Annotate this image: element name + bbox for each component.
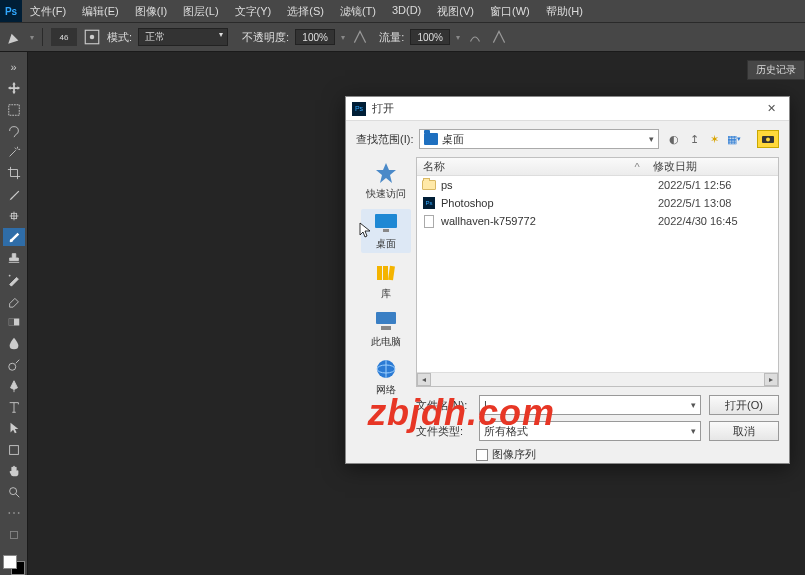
color-swatch[interactable]: [3, 555, 25, 575]
history-brush-tool[interactable]: [3, 271, 25, 289]
cancel-button[interactable]: 取消: [709, 421, 779, 441]
h-scrollbar[interactable]: ◂ ▸: [417, 372, 778, 386]
eraser-tool[interactable]: [3, 292, 25, 310]
file-row[interactable]: wallhaven-k7597722022/4/30 16:45: [417, 212, 778, 230]
file-list: 名称 ^ 修改日期 ps2022/5/1 12:56PsPhotoshop202…: [416, 157, 779, 387]
menu-item[interactable]: 3D(D): [384, 4, 429, 19]
file-name: Photoshop: [441, 197, 646, 209]
mode-label: 模式:: [107, 30, 132, 45]
wand-tool[interactable]: [3, 143, 25, 161]
menu-item[interactable]: 滤镜(T): [332, 4, 384, 19]
places-bar: 快速访问 桌面 库 此电脑 网络: [356, 157, 416, 387]
shape-tool[interactable]: [3, 441, 25, 459]
pen-tool[interactable]: [3, 377, 25, 395]
col-name[interactable]: 名称: [417, 159, 627, 174]
opacity-label: 不透明度:: [242, 30, 289, 45]
svg-rect-13: [383, 229, 389, 232]
scroll-right-icon[interactable]: ▸: [764, 373, 778, 386]
menu-item[interactable]: 图像(I): [127, 4, 175, 19]
opacity-pressure-icon[interactable]: [351, 28, 369, 46]
svg-point-1: [90, 35, 95, 40]
svg-rect-18: [381, 326, 391, 330]
move-tool[interactable]: [3, 79, 25, 97]
dialog-titlebar: Ps 打开 ✕: [346, 97, 789, 121]
file-row[interactable]: PsPhotoshop2022/5/1 13:08: [417, 194, 778, 212]
ps-logo-icon: Ps: [0, 0, 22, 22]
place-desktop[interactable]: 桌面: [361, 209, 411, 253]
brush-preview-icon[interactable]: 46: [51, 28, 77, 46]
current-tool-icon[interactable]: [6, 28, 24, 46]
more-tools-icon[interactable]: ⋯: [3, 504, 25, 522]
menu-item[interactable]: 文件(F): [22, 4, 74, 19]
network-icon: [372, 357, 400, 381]
collapse-icon[interactable]: »: [3, 58, 25, 76]
crop-tool[interactable]: [3, 164, 25, 182]
path-select-tool[interactable]: [3, 419, 25, 437]
pc-icon: [372, 309, 400, 333]
file-icon: [424, 215, 434, 228]
lasso-tool[interactable]: [3, 122, 25, 140]
filetype-select[interactable]: 所有格式: [479, 421, 701, 441]
svg-rect-14: [377, 266, 382, 280]
flow-pressure-icon[interactable]: [490, 28, 508, 46]
eyedropper-tool[interactable]: [3, 186, 25, 204]
marquee-tool[interactable]: [3, 101, 25, 119]
brush-panel-icon[interactable]: [83, 28, 101, 46]
file-name: wallhaven-k759772: [441, 215, 646, 227]
text-tool[interactable]: [3, 398, 25, 416]
blend-mode-select[interactable]: 正常: [138, 28, 228, 46]
menu-item[interactable]: 窗口(W): [482, 4, 538, 19]
back-icon[interactable]: ◐: [665, 130, 683, 148]
newfolder-icon[interactable]: ✶: [705, 130, 723, 148]
col-date[interactable]: 修改日期: [647, 159, 778, 174]
edit-toolbar-icon[interactable]: [3, 526, 25, 544]
svg-rect-17: [376, 312, 396, 324]
dodge-tool[interactable]: [3, 356, 25, 374]
menu-item[interactable]: 图层(L): [175, 4, 226, 19]
sequence-label: 图像序列: [492, 447, 536, 462]
menu-item[interactable]: 文字(Y): [227, 4, 280, 19]
place-thispc[interactable]: 此电脑: [361, 309, 411, 349]
dialog-title: 打开: [372, 101, 394, 116]
history-panel-tab[interactable]: 历史记录: [747, 60, 805, 80]
flow-input[interactable]: [410, 29, 450, 45]
lookup-select[interactable]: 桌面: [419, 129, 659, 149]
gradient-tool[interactable]: [3, 313, 25, 331]
menu-item[interactable]: 帮助(H): [538, 4, 591, 19]
place-library[interactable]: 库: [361, 261, 411, 301]
menu-item[interactable]: 视图(V): [429, 4, 482, 19]
sort-indicator-icon: ^: [627, 161, 647, 173]
heal-tool[interactable]: [3, 207, 25, 225]
place-network[interactable]: 网络: [361, 357, 411, 397]
airbrush-icon[interactable]: [466, 28, 484, 46]
menubar: Ps 文件(F)编辑(E)图像(I)图层(L)文字(Y)选择(S)滤镜(T)3D…: [0, 0, 805, 22]
ps-icon: Ps: [352, 102, 366, 116]
folder-icon: [424, 133, 438, 145]
svg-rect-7: [9, 445, 18, 454]
svg-point-6: [8, 363, 15, 370]
lookup-label: 查找范围(I):: [356, 132, 413, 147]
camera-button[interactable]: [757, 130, 779, 148]
brush-tool[interactable]: [3, 228, 25, 246]
scroll-left-icon[interactable]: ◂: [417, 373, 431, 386]
menu-item[interactable]: 编辑(E): [74, 4, 127, 19]
views-icon[interactable]: ▦▾: [725, 130, 743, 148]
file-row[interactable]: ps2022/5/1 12:56: [417, 176, 778, 194]
place-quickaccess[interactable]: 快速访问: [361, 161, 411, 201]
close-button[interactable]: ✕: [759, 100, 783, 118]
hand-tool[interactable]: [3, 462, 25, 480]
blur-tool[interactable]: [3, 334, 25, 352]
toolbox: » ⋯: [0, 52, 28, 575]
svg-rect-5: [8, 319, 13, 326]
opacity-input[interactable]: [295, 29, 335, 45]
menu-item[interactable]: 选择(S): [279, 4, 332, 19]
open-button[interactable]: 打开(O): [709, 395, 779, 415]
zoom-tool[interactable]: [3, 483, 25, 501]
sequence-checkbox[interactable]: [476, 449, 488, 461]
file-date: 2022/5/1 12:56: [646, 179, 778, 191]
up-icon[interactable]: ↥: [685, 130, 703, 148]
filename-input[interactable]: |: [479, 395, 701, 415]
stamp-tool[interactable]: [3, 249, 25, 267]
monitor-icon: [372, 211, 400, 235]
list-header[interactable]: 名称 ^ 修改日期: [417, 158, 778, 176]
